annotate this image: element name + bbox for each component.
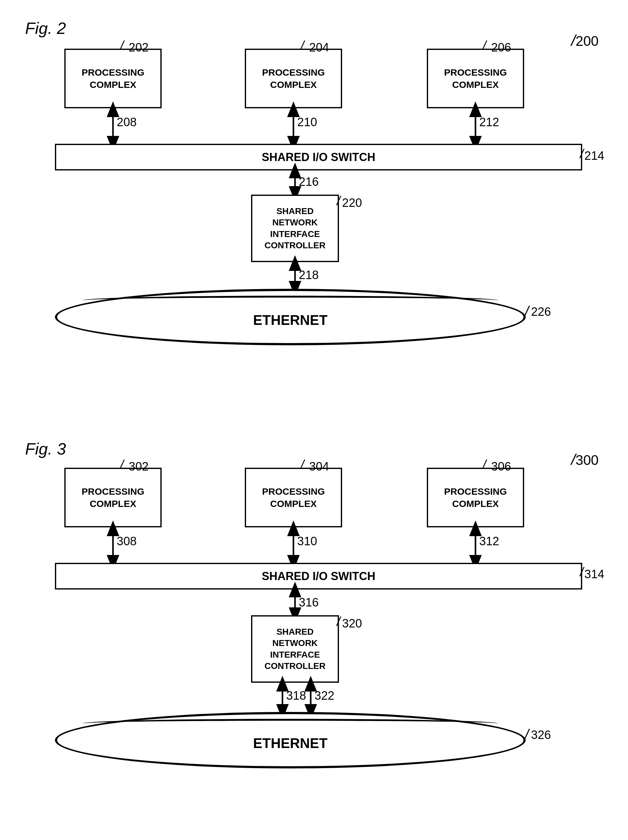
page: Fig. 2 /200 PROCESSING COMPLEX 202 / PRO… xyxy=(0,0,628,840)
fig3-ethernet-oval: ETHERNET xyxy=(55,712,526,769)
fig3-eth-ref: 326 xyxy=(531,728,551,742)
fig3-arr5-ref: 318 xyxy=(286,689,306,703)
fig3-ethernet-label: ETHERNET xyxy=(253,736,327,751)
fig3-arr6-ref: 322 xyxy=(314,689,334,703)
fig3-eth-slash: / xyxy=(525,726,529,743)
